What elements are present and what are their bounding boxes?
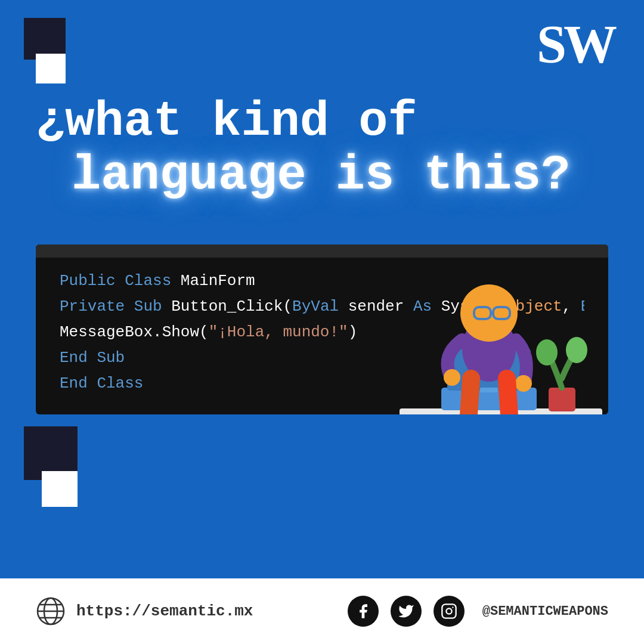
headline-line2: language is this? bbox=[72, 149, 608, 203]
deco-top-left bbox=[24, 18, 66, 83]
instagram-icon[interactable] bbox=[434, 596, 465, 627]
logo-w: W bbox=[564, 18, 614, 72]
character-illustration bbox=[364, 244, 608, 414]
headline: ¿what kind of language is this? bbox=[36, 95, 608, 203]
facebook-icon[interactable] bbox=[348, 596, 379, 627]
footer-left: https://semantic.mx bbox=[36, 596, 253, 626]
headline-line1: ¿what kind of bbox=[36, 95, 608, 149]
deco-square-white-1 bbox=[36, 54, 66, 83]
svg-point-8 bbox=[444, 369, 460, 386]
sw-logo: SW bbox=[537, 18, 614, 72]
logo-s: S bbox=[537, 18, 564, 72]
deco-bottom-left bbox=[24, 426, 78, 507]
svg-point-25 bbox=[446, 608, 451, 614]
character-svg bbox=[364, 244, 608, 414]
code-wrapper: Public Class MainForm Private Sub Button… bbox=[36, 221, 608, 414]
code-block: Public Class MainForm Private Sub Button… bbox=[36, 244, 608, 414]
twitter-icon[interactable] bbox=[391, 596, 422, 627]
social-handle: @SEMANTICWEAPONS bbox=[482, 604, 608, 619]
svg-point-17 bbox=[536, 339, 558, 366]
svg-rect-24 bbox=[442, 604, 456, 618]
svg-rect-5 bbox=[480, 388, 498, 392]
footer: https://semantic.mx bbox=[0, 578, 644, 644]
svg-point-9 bbox=[515, 375, 532, 392]
main-container: SW ¿what kind of language is this? Publi… bbox=[0, 0, 644, 644]
globe-icon bbox=[36, 596, 66, 626]
svg-point-18 bbox=[566, 337, 587, 363]
svg-rect-16 bbox=[549, 388, 575, 411]
footer-right: @SEMANTICWEAPONS bbox=[348, 596, 608, 627]
svg-point-26 bbox=[452, 606, 453, 608]
footer-url: https://semantic.mx bbox=[76, 602, 253, 620]
top-section: SW ¿what kind of language is this? Publi… bbox=[0, 0, 644, 578]
deco-square-white-2 bbox=[42, 471, 78, 507]
